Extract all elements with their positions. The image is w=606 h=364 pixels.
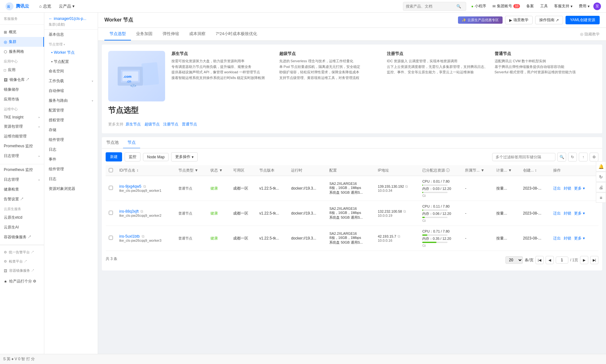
sidebar-item-bottom3[interactable]: 🖼 容器镜像服务 ↗	[0, 266, 44, 275]
sidebar-item-cloud-etcd[interactable]: 云原生etcd	[0, 213, 44, 222]
sidebar-item-health-check[interactable]: 健康检查	[0, 185, 44, 194]
sidebar-item-container-image[interactable]: 容器镜像服务 ↗	[0, 232, 44, 242]
last-page-button[interactable]: ▶|	[590, 256, 598, 264]
next-page-button[interactable]: ▶	[580, 256, 588, 264]
node-id-link-2[interactable]: ins-5uxl1btb	[119, 234, 140, 239]
operation-history-button[interactable]: 操作指南 ↗	[535, 16, 563, 24]
op-lock-0[interactable]: 封锁	[564, 186, 571, 191]
op-lock-1[interactable]: 封锁	[564, 211, 571, 215]
inner-menu-event[interactable]: 事件	[44, 155, 98, 164]
op-more-0[interactable]: 更多 ▾	[574, 186, 584, 191]
search-icon[interactable]: 🔍	[456, 4, 461, 9]
link-super-node[interactable]: 超级节点	[145, 122, 160, 126]
link-native-node[interactable]: 原生节点	[126, 122, 141, 126]
settings-button[interactable]: ⚙	[590, 153, 598, 161]
sidebar-item-overview[interactable]: ⊞ 概览	[0, 27, 44, 37]
inner-menu-resource-browser[interactable]: 资源对象浏览器	[44, 184, 98, 194]
inner-menu-worker-node[interactable]: Worker 节点	[44, 48, 98, 57]
tab-business-accel[interactable]: 业务加固	[131, 28, 158, 40]
sidebar-item-tke-insight[interactable]: TKE Insight▸	[0, 113, 44, 122]
link-common-node[interactable]: 普通节点	[182, 122, 197, 126]
tab-node[interactable]: 节点	[123, 137, 140, 148]
search-button[interactable]: 🔍	[557, 153, 566, 161]
float-print-button[interactable]: 🖨	[596, 182, 606, 192]
float-refresh-button[interactable]: ↻	[596, 172, 606, 182]
billing[interactable]: 费用 ▾	[576, 3, 592, 9]
float-bell-button[interactable]: 🔔	[596, 161, 606, 172]
op-lock-2[interactable]: 封锁	[564, 236, 571, 240]
refresh-button[interactable]: ↻	[568, 153, 577, 161]
inner-menu-basic-info[interactable]: 基本信息	[44, 30, 98, 39]
hide-tutorial-button[interactable]: ◎ 隐藏教学	[580, 32, 600, 37]
logo[interactable]: 云 腾讯云	[5, 2, 29, 11]
inner-menu-service-routing[interactable]: 服务与路由 ▾	[44, 96, 98, 106]
copy-ip-icon-0[interactable]: ⧉	[405, 184, 408, 189]
back-button[interactable]: ← imanager01(cls-p...	[49, 16, 93, 21]
more-operations-button[interactable]: 更多操作 ▾	[171, 152, 198, 161]
copy-id-icon-2[interactable]: ⧉	[142, 234, 145, 239]
first-page-button[interactable]: |◀	[535, 256, 544, 264]
nav-cloud-products[interactable]: 云产品 ▾	[55, 0, 78, 13]
mini-program[interactable]: ● 小程序	[469, 3, 489, 9]
sidebar-item-bottom2[interactable]: ⚙ 检查平台 ↗	[0, 257, 44, 266]
sidebar-item-resource-pkg[interactable]: 资源包管理▸	[0, 122, 44, 131]
node-id-link-1[interactable]: ins-88q3xjft	[119, 209, 139, 214]
copy-id-icon-1[interactable]: ⧉	[140, 209, 143, 214]
field-teacher-button[interactable]: ▶ 场景教学	[505, 16, 533, 24]
sidebar-item-app-market[interactable]: 应用市场	[0, 94, 44, 104]
copy-ip-icon-2[interactable]: ⧉	[398, 234, 400, 239]
inner-menu-storage[interactable]: 存储	[44, 125, 98, 135]
yaml-create-button[interactable]: YAML创建资源	[566, 16, 600, 24]
monitor-button[interactable]: 监控	[125, 152, 140, 161]
inner-menu-auth-mgmt[interactable]: 授权管理	[44, 115, 98, 125]
search-input[interactable]	[406, 4, 456, 9]
sidebar-item-bottom1[interactable]: ⚙ 统一告警平台 ↗	[0, 248, 44, 257]
op-migrate-0[interactable]: 迁出	[553, 186, 561, 191]
tools[interactable]: 工具	[538, 3, 550, 9]
inner-menu-log[interactable]: 日志	[44, 145, 98, 155]
table-search-input[interactable]	[492, 153, 555, 161]
op-migrate-2[interactable]: 迁出	[553, 236, 561, 240]
sidebar-item-image-repo[interactable]: 🖼 镜像仓库 ↗	[0, 75, 44, 85]
export-button[interactable]: ↑	[579, 153, 588, 161]
sidebar-item-log-mgmt2[interactable]: 日志管理▸	[0, 175, 44, 185]
new-node-button[interactable]: 新建	[106, 152, 122, 161]
sidebar-item-prometheus1[interactable]: Prometheus 监控	[0, 141, 44, 151]
copy-ip-icon-1[interactable]: ⧉	[403, 209, 406, 214]
sidebar-item-log-mgmt[interactable]: 日志管理▸	[0, 151, 44, 161]
inner-menu-component-mgmt2[interactable]: 组件管理	[44, 164, 98, 174]
prev-page-button[interactable]: ◀	[546, 256, 554, 264]
node-id-link-0[interactable]: ins-9jxg4qw5	[119, 184, 141, 189]
sidebar-item-alert[interactable]: 告警设置 ↗	[0, 194, 44, 204]
sidebar-item-servicemesh[interactable]: ⬡ 服务网格	[0, 47, 44, 57]
inner-menu-autoscaling[interactable]: 自动伸缩	[44, 86, 98, 96]
nav-home[interactable]: ⌂ 总览	[35, 0, 55, 13]
tab-node-selection[interactable]: 节点选型	[104, 28, 131, 40]
group-account[interactable]: ✉ 集团账号 10	[490, 3, 523, 9]
op-migrate-1[interactable]: 迁出	[553, 211, 561, 215]
row-select-2[interactable]	[109, 236, 113, 240]
sidebar-item-cloud-ai[interactable]: 云原生AI	[0, 222, 44, 232]
sidebar-item-feedback[interactable]: ★ 给产品打个分 ⚙	[0, 276, 44, 286]
tab-node-pool[interactable]: 节点池	[102, 137, 123, 148]
copy-id-icon-0[interactable]: ⧉	[143, 184, 146, 189]
page-size-select[interactable]: 20 50 100	[505, 256, 523, 264]
op-more-1[interactable]: 更多 ▾	[574, 211, 584, 215]
filing[interactable]: 备案	[524, 3, 536, 9]
inner-menu-log-sub[interactable]: 日志	[44, 174, 98, 184]
row-select-1[interactable]	[109, 211, 113, 215]
row-select-0[interactable]	[109, 186, 113, 190]
tab-cost-insight[interactable]: 成本洞察	[184, 28, 211, 40]
nodemap-button[interactable]: Node Map	[143, 153, 169, 161]
sidebar-item-app[interactable]: □ 应用	[0, 65, 44, 75]
inner-menu-namespace[interactable]: 命名空间	[44, 66, 98, 76]
float-more-button[interactable]: ≡	[596, 193, 606, 203]
sidebar-item-image-storage[interactable]: 镜像储存	[0, 85, 44, 94]
sidebar-item-prometheus2[interactable]: Prometheus 监控	[0, 165, 44, 175]
inner-menu-workload[interactable]: 工作负载 ▾	[44, 76, 98, 86]
link-registered-node[interactable]: 注册节点	[163, 122, 178, 126]
op-more-2[interactable]: 更多 ▾	[574, 236, 584, 240]
inner-menu-node-config[interactable]: 节点配置	[44, 57, 98, 66]
inner-menu-component-mgmt1[interactable]: 组件管理	[44, 135, 98, 145]
current-page-input[interactable]	[556, 257, 568, 264]
